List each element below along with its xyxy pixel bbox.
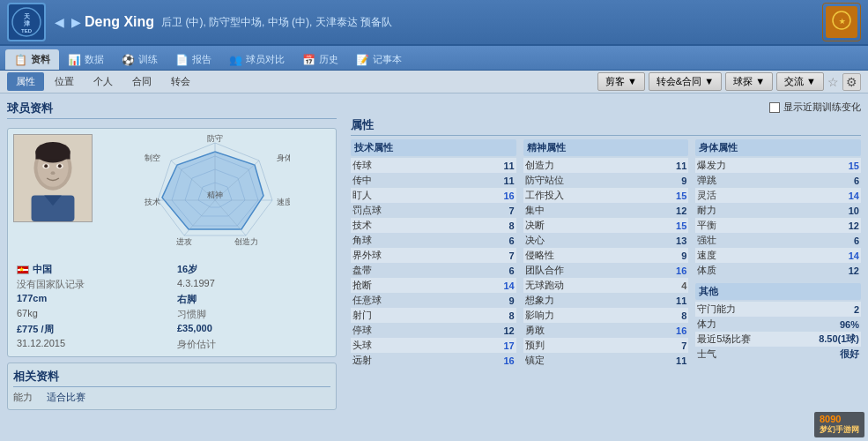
exchange-btn[interactable]: 交流 ▼ [776, 72, 824, 91]
transfer-btn[interactable]: 转会&合同 ▼ [649, 72, 722, 91]
value-label-row: 身价估计 [177, 338, 327, 351]
svg-text:技术: 技术 [144, 198, 160, 206]
attr-row: 界外球7 [351, 248, 516, 263]
prev-arrow[interactable]: ◀ [55, 15, 64, 29]
sub-tabs-right: 剪客 ▼ 转会&合同 ▼ 球探 ▼ 交流 ▼ ☆ ⚙ [597, 72, 861, 91]
svg-rect-11 [35, 151, 70, 160]
attr-row: 盘带6 [351, 263, 516, 278]
settings-icon[interactable]: ⚙ [842, 73, 861, 91]
attr-row: 罚点球7 [351, 203, 516, 218]
report-icon: 📄 [175, 54, 189, 66]
svg-point-15 [58, 164, 62, 168]
other-row: 体力96% [695, 317, 861, 332]
star-icon[interactable]: ☆ [827, 75, 839, 89]
player-photo [13, 134, 93, 222]
attr-row: 工作投入15 [523, 188, 689, 203]
attr-row: 团队合作16 [523, 263, 689, 278]
header: 天 津 TED ◀ ▶ Deng Xing 后卫 (中), 防守型中场, 中场 … [0, 0, 868, 46]
tab-history[interactable]: 📅 历史 [293, 49, 347, 70]
mental-col: 精神属性 创造力11 防守站位9 工作投入15 集中12 决断15 决心13 侵… [523, 139, 689, 368]
attr-row: 灵活14 [695, 188, 861, 203]
attr-row: 创造力11 [523, 158, 689, 173]
other-col-title: 其他 [695, 283, 861, 300]
subtab-contract[interactable]: 合同 [123, 72, 160, 91]
foot-val: 右脚 [177, 293, 197, 306]
club-logo: 天 津 TED [7, 3, 46, 41]
national-record-row: 没有国家队记录 [17, 278, 167, 291]
watermark-sub: 梦幻手游网 [820, 424, 859, 436]
tab-compare[interactable]: 👥 球员对比 [220, 49, 293, 70]
other-row: 守门能力2 [695, 302, 861, 317]
attr-row: 防守站位9 [523, 173, 689, 188]
svg-text:创造力: 创造力 [234, 237, 258, 246]
attr-row: 停球12 [351, 323, 516, 338]
subtab-attrs[interactable]: 属性 [7, 72, 44, 91]
right-panel: 显示近期训练变化 属性 技术属性 传球11 传中11 盯人16 罚点球7 技术8… [344, 93, 868, 441]
attr-row: 影响力8 [523, 308, 689, 323]
stats-icon: 📊 [68, 54, 81, 66]
other-attrs: 其他 守门能力2 体力96% 最近5场比赛8.50(1球) 士气很好 [695, 283, 861, 362]
attr-row: 集中12 [523, 203, 689, 218]
content-area: 球员资料 [0, 93, 868, 441]
show-recent-checkbox[interactable] [769, 102, 780, 113]
svg-text:进攻: 进攻 [176, 237, 192, 246]
radar-labels: 防守 身体 速度 创造力 进攻 技术 制空 精神 [140, 134, 290, 258]
tab-notes[interactable]: 📝 记事本 [347, 49, 411, 70]
attr-row: 无球跑动4 [523, 278, 689, 293]
subtab-transfer[interactable]: 转会 [162, 72, 199, 91]
svg-text:TED: TED [21, 28, 33, 34]
tab-report[interactable]: 📄 报告 [167, 49, 220, 70]
player-info-card: 防守 身体 速度 创造力 进攻 技术 制空 精神 [7, 128, 337, 357]
svg-point-16 [51, 171, 56, 175]
attr-row: 盯人16 [351, 188, 516, 203]
other-row: 士气很好 [695, 347, 861, 362]
attrs-grid: 技术属性 传球11 传中11 盯人16 罚点球7 技术8 角球6 界外球7 盘带… [351, 139, 861, 368]
foot-row: 右脚 [177, 293, 327, 306]
weight-row: 67kg [17, 308, 167, 321]
svg-text:天: 天 [23, 13, 31, 19]
physical-col-title: 身体属性 [695, 139, 861, 156]
subtab-personal[interactable]: 个人 [85, 72, 122, 91]
attr-row: 决心13 [523, 233, 689, 248]
next-arrow[interactable]: ▶ [71, 15, 81, 29]
attr-row: 耐力10 [695, 203, 861, 218]
related-title: 相关资料 [13, 369, 330, 387]
watermark: 8090 梦幻手游网 [814, 412, 864, 437]
radar-container: 防守 身体 速度 创造力 进攻 技术 制空 精神 [100, 134, 330, 258]
tech-col: 技术属性 传球11 传中11 盯人16 罚点球7 技术8 角球6 界外球7 盘带… [351, 139, 516, 368]
compare-icon: 👥 [229, 54, 242, 66]
svg-text:精神: 精神 [207, 191, 223, 199]
tab-profile[interactable]: 📋 资料 [5, 49, 59, 70]
attr-row: 任意球9 [351, 293, 516, 308]
show-recent: 显示近期训练变化 [769, 101, 861, 114]
value-val: £35,000 [177, 323, 212, 333]
tab-training[interactable]: ⚽ 训练 [113, 49, 167, 70]
attr-row: 侵略性9 [523, 248, 689, 263]
subtab-position[interactable]: 位置 [46, 72, 83, 91]
nationality-val: 中国 [33, 263, 52, 276]
height-row: 177cm [17, 293, 167, 306]
tech-col-title: 技术属性 [351, 139, 516, 156]
attr-row: 预判7 [523, 338, 689, 353]
player-name: Deng Xing [85, 14, 154, 30]
attr-row: 射门8 [351, 308, 516, 323]
related-row: 能力 适合比赛 [13, 391, 330, 404]
nationality-row: ★ 中国 [17, 263, 167, 276]
attr-row: 强壮6 [695, 233, 861, 248]
dob-val: 4.3.1997 [177, 278, 215, 288]
attr-row: 传中11 [351, 173, 516, 188]
attr-row: 勇敢16 [523, 323, 689, 338]
scout2-btn[interactable]: 球探 ▼ [725, 72, 773, 91]
physical-col: 身体属性 爆发力15 弹跳6 灵活14 耐力10 平衡12 强壮6 速度14 体… [695, 139, 861, 368]
tab-stats[interactable]: 📊 数据 [59, 49, 113, 70]
svg-text:速度: 速度 [277, 198, 290, 206]
sub-tabs-left: 属性 位置 个人 合同 转会 [7, 72, 199, 91]
tab-bar: 📋 资料 📊 数据 ⚽ 训练 📄 报告 👥 球员对比 📅 历史 📝 记事本 [0, 46, 868, 71]
show-recent-label: 显示近期训练变化 [783, 101, 861, 114]
dob-row: 4.3.1997 [177, 278, 327, 291]
value-label: 身价估计 [177, 339, 216, 349]
cn-flag: ★ [17, 265, 29, 274]
training-icon: ⚽ [122, 54, 135, 66]
header-badge: ★ [822, 3, 861, 41]
scout-btn[interactable]: 剪客 ▼ [597, 72, 645, 91]
